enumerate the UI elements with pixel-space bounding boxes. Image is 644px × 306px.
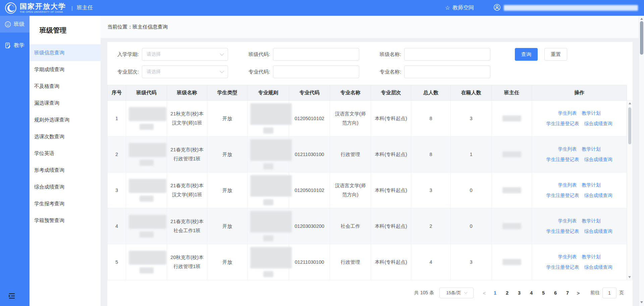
total-count-cell: 8	[411, 101, 451, 137]
sidebar-item-out-of-rule-course-query[interactable]: 规则外选课查询	[30, 111, 101, 128]
page-number-1[interactable]: 1	[490, 290, 500, 296]
student-registration-form-link[interactable]: 学生注册登记表	[546, 154, 579, 165]
goto-page-input[interactable]	[602, 288, 616, 298]
seq-cell: 3	[108, 172, 126, 208]
redacted-teacher-name	[502, 187, 521, 193]
actions-cell: 学生列表教学计划 学生注册登记表综合成绩查询	[532, 172, 627, 208]
student-list-link[interactable]: 学生列表	[558, 108, 577, 118]
goto-label: 前往	[590, 290, 600, 296]
sidebar-item-student-status-warning-query[interactable]: 学籍预警查询	[30, 212, 101, 229]
collapse-sidebar-button[interactable]	[7, 293, 16, 301]
sidebar-item-formative-score-query[interactable]: 形考成绩查询	[30, 162, 101, 178]
student-registration-form-link[interactable]: 学生注册登记表	[546, 190, 579, 201]
class-code-input[interactable]	[273, 48, 359, 61]
scroll-up-arrow-icon[interactable]	[629, 102, 631, 104]
teacher-space-link[interactable]: ☆ 教师空间	[445, 4, 474, 11]
major-name-input[interactable]	[404, 65, 490, 78]
sidebar-item-course-count-query[interactable]: 选课次数查询	[30, 128, 101, 145]
comprehensive-score-query-link[interactable]: 综合成绩查询	[584, 118, 612, 129]
teacher-space-label: 教师空间	[452, 4, 474, 11]
enrolled-count-cell: 3	[451, 101, 492, 137]
student-list-link[interactable]: 学生列表	[558, 144, 577, 154]
nav-rail: 班级 教学	[0, 16, 30, 306]
app-window: 国家开放大学 THE OPEN UNIVERSITY OF CHINA | 班主…	[0, 0, 644, 306]
class-name-cell: 21春克市(校)本汉文学(师)1班	[167, 172, 207, 208]
teaching-plan-link[interactable]: 教学计划	[582, 216, 601, 226]
menu-label: 形考成绩查询	[34, 167, 64, 173]
rail-item-teaching[interactable]: 教学	[0, 37, 30, 54]
total-count-cell: 2	[411, 208, 451, 244]
page-number-5[interactable]: 5	[538, 290, 548, 296]
redacted-major-rule	[250, 139, 292, 161]
sidebar-item-class-info-query[interactable]: 班级信息查询	[30, 44, 101, 61]
class-name-label: 班级名称:	[374, 51, 401, 58]
menu-label: 漏选课查询	[34, 100, 59, 106]
page-number-7[interactable]: 7	[562, 290, 573, 296]
sidebar-item-fail-query[interactable]: 不及格查询	[30, 78, 101, 95]
teaching-plan-link[interactable]: 教学计划	[582, 108, 601, 118]
comprehensive-score-query-link[interactable]: 综合成绩查询	[584, 226, 612, 237]
page-number-4[interactable]: 4	[526, 290, 536, 296]
teaching-plan-link[interactable]: 教学计划	[582, 252, 601, 262]
sidebar-item-term-score-query[interactable]: 学期成绩查询	[30, 61, 101, 78]
comprehensive-score-query-link[interactable]: 综合成绩查询	[584, 190, 612, 201]
redacted-major-rule	[250, 175, 292, 197]
class-code-cell	[126, 137, 167, 172]
page-scrollbar-thumb[interactable]	[640, 21, 643, 55]
scroll-up-arrow-icon[interactable]	[640, 18, 643, 20]
main-content: 当前位置： 班主任信息查询 入学学期: 请选择	[101, 16, 644, 306]
user-profile[interactable]	[493, 4, 638, 12]
student-registration-form-link[interactable]: 学生注册登记表	[546, 118, 579, 129]
table-scrollbar[interactable]	[627, 100, 633, 280]
major-rule-cell	[248, 208, 289, 244]
sidebar-item-student-exam-registration-query[interactable]: 学生报考查询	[30, 195, 101, 212]
page-scrollbar[interactable]	[639, 16, 644, 306]
student-list-link[interactable]: 学生列表	[558, 216, 577, 226]
redacted-teacher-name	[502, 223, 521, 229]
redacted-class-code	[129, 179, 166, 193]
table-scrollbar-thumb[interactable]	[628, 107, 631, 144]
menu-label: 选课次数查询	[34, 134, 64, 140]
student-list-link[interactable]: 学生列表	[558, 252, 577, 262]
page-number-3[interactable]: 3	[514, 290, 524, 296]
student-registration-form-link[interactable]: 学生注册登记表	[546, 262, 579, 272]
major-level-select[interactable]: 请选择	[142, 65, 228, 78]
comprehensive-score-query-link[interactable]: 综合成绩查询	[584, 262, 612, 272]
brand-text: 国家开放大学 THE OPEN UNIVERSITY OF CHINA	[20, 3, 66, 13]
rail-item-label: 教学	[14, 42, 24, 49]
rail-item-classes[interactable]: 班级	[0, 16, 30, 33]
major-code-input[interactable]	[273, 65, 359, 78]
major-code-label: 专业代码:	[243, 69, 270, 75]
col-major-name: 专业名称	[330, 85, 371, 101]
class-name-input[interactable]	[404, 48, 490, 61]
scroll-down-arrow-icon[interactable]	[628, 276, 631, 278]
teaching-plan-link[interactable]: 教学计划	[582, 180, 601, 190]
enrolled-count-cell: 1	[451, 137, 492, 172]
user-name-redacted	[504, 5, 638, 11]
student-registration-form-link[interactable]: 学生注册登记表	[546, 226, 579, 237]
teaching-plan-link[interactable]: 教学计划	[582, 144, 601, 154]
search-button[interactable]: 查询	[515, 48, 538, 61]
student-list-link[interactable]: 学生列表	[558, 180, 577, 190]
enroll-term-select[interactable]: 请选择	[142, 48, 228, 61]
sidebar-item-degree-english[interactable]: 学位英语	[30, 145, 101, 162]
redacted-teacher-name	[502, 259, 521, 265]
major-name-cell: 汉语言文学(师范方向)	[330, 101, 371, 137]
breadcrumb-current: 班主任信息查询	[132, 24, 168, 30]
page-size-select[interactable]: 15条/页	[439, 288, 474, 298]
scroll-down-arrow-icon[interactable]	[640, 301, 643, 303]
page-number-2[interactable]: 2	[502, 290, 512, 296]
next-page-button[interactable]: >	[574, 290, 583, 296]
reset-button[interactable]: 重置	[544, 48, 567, 61]
sidebar: 班级管理 班级信息查询 学期成绩查询 不及格查询 漏选课查询 规则外选课查询 选…	[30, 16, 101, 306]
sidebar-item-missed-course-query[interactable]: 漏选课查询	[30, 95, 101, 111]
rail-item-label: 班级	[14, 21, 24, 28]
redacted-class-code	[129, 215, 166, 229]
sidebar-item-comprehensive-score-query[interactable]: 综合成绩查询	[30, 178, 101, 195]
class-table: 序号 班级代码 班级名称 学生类型 专业规则 专业代码 专业名称 专业层次 总人…	[107, 85, 627, 280]
prev-page-button[interactable]: <	[480, 290, 489, 296]
page-number-6[interactable]: 6	[550, 290, 560, 296]
breadcrumb: 当前位置： 班主任信息查询	[101, 16, 644, 38]
major-code-cell: 01203030200	[289, 208, 330, 244]
comprehensive-score-query-link[interactable]: 综合成绩查询	[584, 154, 612, 165]
